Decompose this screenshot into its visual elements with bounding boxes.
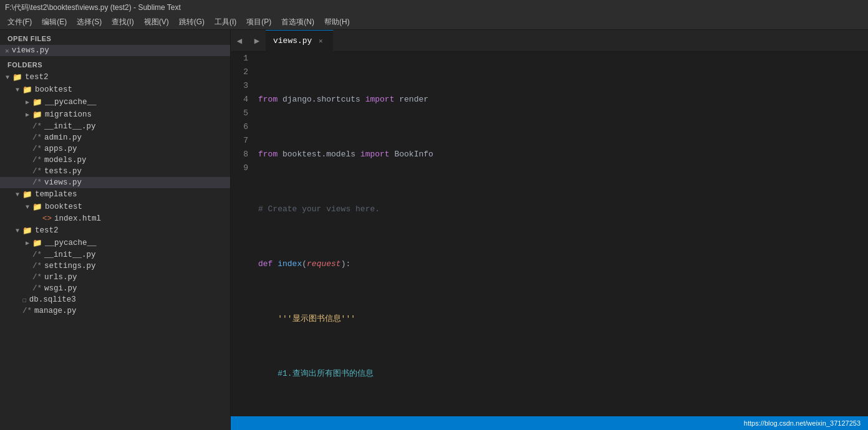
line-num-1: 1 bbox=[236, 52, 248, 65]
tree-label: booktest bbox=[35, 85, 72, 94]
file-prefix-icon: /* bbox=[32, 122, 42, 131]
menu-file[interactable]: 文件(F) bbox=[2, 16, 37, 29]
arrow-icon: ▼ bbox=[12, 87, 22, 93]
folder-icon: 📁 bbox=[32, 238, 42, 248]
tab-label: views.py bbox=[273, 36, 312, 45]
tree-label: test2 bbox=[35, 226, 59, 235]
menu-help[interactable]: 帮助(H) bbox=[319, 16, 355, 29]
line-num-8: 8 bbox=[236, 148, 248, 161]
tree-item-booktest[interactable]: ▼ 📁 booktest bbox=[0, 84, 230, 96]
tree-label: settings.py bbox=[44, 262, 96, 270]
tree-item-pycache[interactable]: ▶ 📁 __pycache__ bbox=[0, 96, 230, 108]
line-num-4: 4 bbox=[236, 93, 248, 107]
code-line-1: from django.shortcuts import render bbox=[258, 93, 868, 107]
arrow-icon: ▼ bbox=[12, 191, 22, 198]
tree-item-migrations[interactable]: ▶ 📁 migrations bbox=[0, 108, 230, 121]
file-prefix-icon: /* bbox=[32, 284, 42, 293]
line-num-9: 9 bbox=[236, 161, 248, 175]
line-num-7: 7 bbox=[236, 134, 248, 148]
code-lines[interactable]: from django.shortcuts import render from… bbox=[256, 52, 868, 416]
menu-project[interactable]: 项目(P) bbox=[241, 16, 276, 29]
file-prefix-icon: /* bbox=[32, 178, 42, 187]
folders-section: FOLDERS ▼ 📁 test2 ▼ 📁 booktest ▶ 📁 __pyc… bbox=[0, 56, 230, 430]
tab-bar: ◀ ▶ views.py ✕ bbox=[231, 30, 868, 52]
tree-item-urls[interactable]: ▶ /* urls.py bbox=[0, 272, 230, 283]
tree-label: views.py bbox=[44, 178, 82, 187]
code-line-6: #1.查询出所有图书的信息 bbox=[258, 367, 868, 381]
menu-edit[interactable]: 编辑(E) bbox=[37, 16, 72, 29]
tab-nav-right[interactable]: ▶ bbox=[248, 30, 266, 52]
tab-views-py[interactable]: views.py ✕ bbox=[266, 30, 334, 52]
tree-label: __pycache__ bbox=[45, 239, 97, 247]
tree-label: db.sqlite3 bbox=[29, 295, 76, 304]
tab-nav-left[interactable]: ◀ bbox=[231, 30, 248, 52]
title-bar: F:\代码\test2\booktest\views.py (test2) - … bbox=[0, 0, 868, 15]
folders-title: FOLDERS bbox=[0, 56, 230, 71]
tree-item-views[interactable]: ▶ /* views.py bbox=[0, 177, 230, 188]
tree-item-index-html[interactable]: ▶ <> index.html bbox=[0, 213, 230, 224]
tree-item-test2-root[interactable]: ▼ 📁 test2 bbox=[0, 71, 230, 84]
tree-label: manage.py bbox=[34, 307, 77, 315]
tree-item-admin[interactable]: ▶ /* admin.py bbox=[0, 132, 230, 143]
tab-close-icon[interactable]: ✕ bbox=[316, 36, 326, 46]
arrow-icon: ▶ bbox=[22, 111, 32, 118]
tree-item-settings[interactable]: ▶ /* settings.py bbox=[0, 260, 230, 272]
arrow-icon: ▼ bbox=[2, 74, 12, 81]
tree-label: index.html bbox=[54, 214, 101, 223]
folder-icon: 📁 bbox=[32, 97, 42, 107]
sidebar: OPEN FILES ✕ views.py FOLDERS ▼ 📁 test2 … bbox=[0, 30, 231, 430]
menu-preferences[interactable]: 首选项(N) bbox=[276, 16, 319, 29]
tree-item-pycache2[interactable]: ▶ 📁 __pycache__ bbox=[0, 237, 230, 249]
tree-label: __init__.py bbox=[44, 251, 96, 259]
code-line-2: from booktest.models import BookInfo bbox=[258, 148, 868, 161]
menu-find[interactable]: 查找(I) bbox=[107, 16, 138, 29]
tree-label: apps.py bbox=[44, 145, 77, 153]
open-file-views[interactable]: ✕ views.py bbox=[0, 45, 230, 56]
tree-item-init-test2[interactable]: ▶ /* __init__.py bbox=[0, 249, 230, 260]
tree-label: test2 bbox=[25, 73, 49, 82]
tree-label: tests.py bbox=[44, 167, 82, 176]
tree-item-models[interactable]: ▶ /* models.py bbox=[0, 155, 230, 166]
menu-bar: 文件(F) 编辑(E) 选择(S) 查找(I) 视图(V) 跳转(G) 工具(I… bbox=[0, 15, 868, 30]
close-icon[interactable]: ✕ bbox=[5, 47, 9, 55]
menu-goto[interactable]: 跳转(G) bbox=[174, 16, 210, 29]
file-prefix-icon: /* bbox=[32, 251, 42, 259]
tree-item-apps[interactable]: ▶ /* apps.py bbox=[0, 143, 230, 155]
code-line-5: '''显示图书信息''' bbox=[258, 312, 868, 326]
tree-item-manage[interactable]: ▶ /* manage.py bbox=[0, 305, 230, 317]
arrow-icon: ▼ bbox=[22, 204, 32, 211]
tree-label: migrations bbox=[45, 110, 92, 119]
line-num-6: 6 bbox=[236, 120, 248, 134]
open-file-name: views.py bbox=[12, 46, 49, 55]
open-files-section: OPEN FILES ✕ views.py bbox=[0, 30, 230, 56]
tree-label: admin.py bbox=[44, 133, 82, 142]
code-line-3: # Create your views here. bbox=[258, 203, 868, 216]
folder-icon: 📁 bbox=[22, 226, 32, 236]
db-file-icon: ☐ bbox=[22, 296, 27, 304]
status-bar: https://blog.csdn.net/weixin_37127253 bbox=[231, 416, 868, 430]
arrow-icon: ▶ bbox=[22, 239, 32, 247]
folder-icon: 📁 bbox=[22, 85, 32, 95]
editor-area: ◀ ▶ views.py ✕ 1 2 3 4 5 6 7 8 9 from bbox=[231, 30, 868, 430]
tree-label: __pycache__ bbox=[45, 98, 97, 107]
code-content: 1 2 3 4 5 6 7 8 9 from django.shortcuts … bbox=[231, 52, 868, 416]
tree-item-wsgi[interactable]: ▶ /* wsgi.py bbox=[0, 283, 230, 294]
tree-item-tests[interactable]: ▶ /* tests.py bbox=[0, 166, 230, 177]
file-prefix-icon: /* bbox=[22, 307, 32, 315]
arrow-icon: ▼ bbox=[12, 227, 22, 234]
tree-item-init-booktest[interactable]: ▶ /* __init__.py bbox=[0, 121, 230, 132]
folder-icon: 📁 bbox=[32, 110, 42, 120]
line-numbers: 1 2 3 4 5 6 7 8 9 bbox=[231, 52, 256, 416]
file-prefix-icon: /* bbox=[32, 262, 42, 270]
menu-view[interactable]: 视图(V) bbox=[139, 16, 174, 29]
tree-item-test2-sub[interactable]: ▼ 📁 test2 bbox=[0, 224, 230, 237]
html-file-icon: <> bbox=[42, 214, 52, 223]
tree-item-booktest-templates[interactable]: ▼ 📁 booktest bbox=[0, 201, 230, 213]
file-prefix-icon: /* bbox=[32, 145, 42, 153]
tree-label: models.py bbox=[44, 156, 87, 165]
tree-item-db-sqlite3[interactable]: ▶ ☐ db.sqlite3 bbox=[0, 294, 230, 305]
tree-item-templates[interactable]: ▼ 📁 templates bbox=[0, 188, 230, 201]
menu-select[interactable]: 选择(S) bbox=[72, 16, 107, 29]
menu-tools[interactable]: 工具(I) bbox=[210, 16, 241, 29]
code-line-4: def index(request): bbox=[258, 257, 868, 271]
